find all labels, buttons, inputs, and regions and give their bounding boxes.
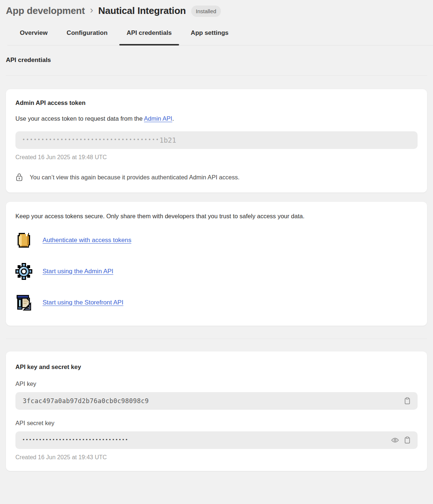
- api-secret-label: API secret key: [15, 420, 418, 427]
- start-admin-api-link[interactable]: Start using the Admin API: [43, 268, 113, 275]
- api-key-card-title: API key and secret key: [15, 364, 418, 370]
- secret-created-timestamp: Created 16 Jun 2025 at 19:43 UTC: [15, 454, 418, 461]
- storefront-icon: [15, 294, 32, 311]
- admin-api-link[interactable]: Admin API: [144, 115, 172, 122]
- tab-overview[interactable]: Overview: [20, 29, 48, 37]
- admin-token-card-title: Admin API access token: [15, 99, 418, 106]
- api-key-label: API key: [15, 380, 418, 387]
- list-item: Start using the Admin API: [15, 263, 418, 280]
- authenticate-access-tokens-link[interactable]: Authenticate with access tokens: [43, 237, 131, 244]
- tab-configuration[interactable]: Configuration: [67, 29, 108, 37]
- notice-text: You can’t view this again because it pro…: [30, 174, 240, 181]
- divider: [6, 75, 427, 76]
- gear-icon: [15, 263, 32, 280]
- admin-api-token-card: Admin API access token Use your access t…: [6, 89, 427, 193]
- page-title: Nautical Integration: [98, 5, 186, 17]
- section-title: API credentials: [6, 56, 433, 64]
- list-item: Authenticate with access tokens: [15, 232, 418, 249]
- page-header: App development › Nautical Integration I…: [0, 0, 433, 17]
- masked-access-token-field[interactable]: ••••••••••••••••••••••••••••••••••••1b21: [15, 131, 418, 149]
- tab-api-credentials[interactable]: API credentials: [127, 29, 172, 37]
- divider: [6, 339, 427, 339]
- api-secret-field[interactable]: ••••••••••••••••••••••••••••••••: [15, 431, 418, 449]
- token-security-card: Keep your access tokens secure. Only sha…: [6, 202, 427, 326]
- admin-token-description: Use your access token to request data fr…: [15, 115, 418, 122]
- installed-status-badge: Installed: [191, 6, 221, 17]
- token-security-notice: You can’t view this again because it pro…: [15, 173, 418, 182]
- api-key-value: 3fcac497a0ab97d2b76a0cb0c98098c9: [23, 397, 149, 405]
- security-message: Keep your access tokens secure. Only sha…: [15, 213, 418, 220]
- list-item: Start using the Storefront API: [15, 294, 418, 311]
- masked-token-suffix: 1b21: [159, 136, 176, 144]
- description-text: Use your access token to request data fr…: [15, 115, 144, 122]
- api-key-card: API key and secret key API key 3fcac497a…: [6, 351, 427, 471]
- description-period: .: [172, 115, 174, 122]
- start-storefront-api-link[interactable]: Start using the Storefront API: [43, 299, 123, 306]
- token-created-timestamp: Created 16 Jun 2025 at 19:48 UTC: [15, 154, 418, 161]
- breadcrumb-chevron-icon: ›: [90, 4, 93, 16]
- masked-token-dots: ••••••••••••••••••••••••••••••••••••: [23, 137, 160, 142]
- copy-api-secret-button[interactable]: [404, 436, 411, 444]
- tab-bar: Overview Configuration API credentials A…: [0, 29, 433, 45]
- lock-icon: [15, 173, 23, 182]
- breadcrumb-parent[interactable]: App development: [6, 5, 85, 17]
- token-coin-icon: [15, 232, 32, 249]
- copy-api-key-button[interactable]: [404, 397, 411, 405]
- tab-app-settings[interactable]: App settings: [191, 29, 229, 37]
- reveal-secret-eye-button[interactable]: [391, 437, 399, 444]
- api-secret-masked-value: ••••••••••••••••••••••••••••••••: [23, 437, 129, 442]
- api-key-field[interactable]: 3fcac497a0ab97d2b76a0cb0c98098c9: [15, 392, 418, 410]
